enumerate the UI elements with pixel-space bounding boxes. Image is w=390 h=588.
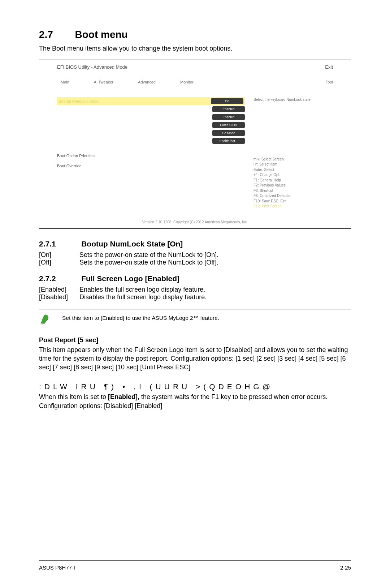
pill: EZ Mode bbox=[212, 130, 245, 136]
nav-tool: Tool bbox=[326, 80, 333, 84]
sub-title: Bootup NumLock State [On] bbox=[81, 240, 183, 248]
post-report-heading: Post Report [5 sec] bbox=[39, 336, 351, 344]
pencil-icon bbox=[39, 311, 55, 325]
bios-help: Select the keyboard NumLock state bbox=[254, 97, 333, 103]
options-271: [On]Sets the power-on state of the NumLo… bbox=[39, 251, 351, 266]
bios-screenshot: EFI BIOS Utility - Advanced Mode Exit Ma… bbox=[39, 60, 351, 229]
nav-adv: Advanced bbox=[138, 80, 156, 84]
sub-num: 2.7.1 bbox=[39, 240, 79, 248]
bios-section: Boot Option Priorities bbox=[57, 154, 245, 158]
wait-body: When this item is set to [Enabled], the … bbox=[39, 392, 351, 410]
footer-rule bbox=[39, 560, 351, 561]
opt-val: Sets the power-on state of the NumLock t… bbox=[79, 251, 351, 259]
opt-key: [On] bbox=[39, 251, 79, 259]
note-text: Set this item to [Enabled] to use the AS… bbox=[62, 315, 219, 321]
wait-bold: [Enabled] bbox=[108, 393, 138, 400]
key-hint: F10: Save ESC: Exit bbox=[254, 199, 333, 204]
bios-title: EFI BIOS Utility - Advanced Mode bbox=[57, 64, 127, 70]
sub-num: 2.7.2 bbox=[39, 274, 79, 283]
key-hint: F2: Previous Values bbox=[254, 183, 333, 188]
pill: Enabled bbox=[212, 114, 245, 120]
nav-main: Main bbox=[61, 80, 69, 84]
subheading-272: 2.7.2 Full Screen Logo [Enabled] bbox=[39, 274, 351, 283]
subheading-273-garbled: :DLW IRU ¶) • ,I (UURU >(QDEOHG@ bbox=[39, 382, 351, 391]
key-hint: l n: Select Item bbox=[254, 162, 333, 167]
wait-pre: When this item is set to bbox=[39, 393, 108, 400]
heading-num: 2.7 bbox=[39, 29, 73, 40]
key-hint: Enter: Select bbox=[254, 167, 333, 173]
key-hint: F5: Optimized Defaults bbox=[254, 193, 333, 199]
opt-val: Sets the power-on state of the NumLock t… bbox=[79, 259, 351, 266]
footer-left: ASUS P8H77-I bbox=[39, 565, 75, 571]
pill: Enable bot... bbox=[212, 138, 245, 144]
options-272: [Enabled]Enables the full screen logo di… bbox=[39, 286, 351, 301]
bios-section: Boot Override bbox=[57, 164, 245, 168]
key-hint: F3: Shortcut bbox=[254, 188, 333, 194]
row-label: Bootup NumLock State bbox=[58, 99, 99, 103]
pill-on: On bbox=[211, 98, 243, 104]
svg-point-0 bbox=[40, 323, 44, 325]
opt-val: Disables the full screen logo display fe… bbox=[79, 293, 351, 301]
key-hint: +/-: Change Opt. bbox=[254, 172, 333, 178]
nav-ai: Ai Tweaker bbox=[94, 80, 113, 84]
opt-key: [Disabled] bbox=[39, 293, 79, 301]
key-hint: m k: Select Screen bbox=[254, 157, 333, 162]
sub-title: Full Screen Logo [Enabled] bbox=[81, 274, 179, 283]
footer-right: 2-25 bbox=[340, 565, 351, 571]
heading-title: Boot menu bbox=[75, 29, 127, 40]
bios-nav: Main Ai Tweaker Advanced Monitor Tool bbox=[57, 80, 333, 84]
pill: Force BIOS bbox=[212, 122, 245, 128]
opt-key: [Off] bbox=[39, 259, 79, 266]
intro-text: The Boot menu items allow you to change … bbox=[39, 45, 351, 52]
subheading-271: 2.7.1 Bootup NumLock State [On] bbox=[39, 240, 351, 248]
page-footer: ASUS P8H77-I 2-25 bbox=[39, 565, 351, 571]
note-box: Set this item to [Enabled] to use the AS… bbox=[39, 309, 351, 327]
bios-copyright: Version 2.10.1208. Copyright (C) 2012 Am… bbox=[57, 220, 333, 224]
opt-key: [Enabled] bbox=[39, 286, 79, 293]
pill: Enabled bbox=[212, 106, 245, 112]
bios-keys: m k: Select Screen l n: Select Item Ente… bbox=[254, 157, 333, 209]
bios-exit: Exit bbox=[325, 64, 333, 70]
heading: 2.7 Boot menu bbox=[39, 29, 351, 40]
bios-row-highlighted: Bootup NumLock State On bbox=[57, 97, 245, 105]
nav-mon: Monitor bbox=[180, 80, 194, 84]
post-report-body: This item appears only when the Full Scr… bbox=[39, 345, 351, 372]
opt-val: Enables the full screen logo display fea… bbox=[79, 286, 351, 293]
key-hint: F1: General Help bbox=[254, 178, 333, 183]
key-hint: F12: Print Screen bbox=[254, 204, 333, 209]
